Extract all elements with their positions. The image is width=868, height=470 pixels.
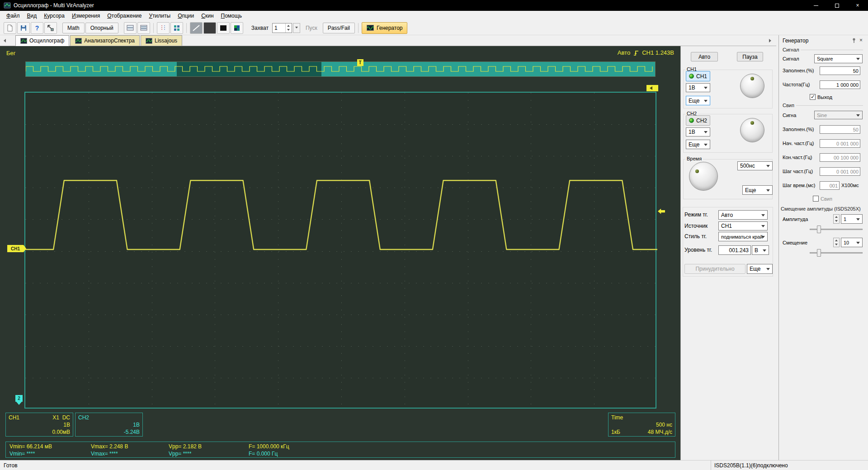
offset-spinner[interactable] (833, 238, 840, 247)
end-freq-input[interactable] (820, 153, 860, 162)
output-checkbox[interactable] (810, 94, 816, 100)
background-color-icon (220, 25, 226, 31)
trigger-source-select[interactable]: CH1 (718, 221, 768, 230)
ch1-led-icon (689, 74, 694, 79)
tab-scroll-right[interactable] (767, 35, 774, 46)
line-color-button[interactable] (203, 22, 216, 34)
auto-button[interactable]: Авто (691, 52, 718, 61)
ch2-scale-select[interactable]: 1В (686, 127, 710, 136)
chevron-left-icon (2, 39, 6, 42)
math-button[interactable]: Math (62, 23, 85, 33)
capture-count-input[interactable] (273, 24, 285, 33)
menu-item-Измерения[interactable]: Измерения (68, 11, 104, 20)
tab-label: Осциллограф (29, 38, 64, 44)
waveform-plot (24, 92, 656, 409)
menu-item-Файл[interactable]: Файл (3, 11, 24, 20)
time-more-select[interactable]: Еще (742, 185, 773, 195)
background-color-button[interactable] (217, 22, 230, 34)
reference-button[interactable]: Опорный (85, 23, 118, 33)
force-trigger-button[interactable]: Принудительно (684, 264, 745, 274)
step-time-input[interactable] (820, 181, 840, 190)
offset-select[interactable]: 10 (841, 238, 863, 247)
start-freq-label: Нач. част.(Гц) (783, 141, 814, 146)
ch1-enable-toggle[interactable]: CH1 (686, 71, 710, 81)
ch2-enable-toggle[interactable]: CH2 (686, 115, 710, 126)
trigger-more-select[interactable]: Еще (747, 264, 773, 274)
sweep-checkbox[interactable] (813, 196, 819, 202)
trigger-level-unit-select[interactable]: В (752, 245, 769, 255)
trigger-position-marker[interactable]: T (357, 59, 363, 66)
amplitude-slider-thumb[interactable] (817, 226, 821, 233)
pin-icon[interactable] (851, 38, 857, 43)
close-button[interactable]: × (847, 0, 868, 11)
passfail-button[interactable]: Pass/Fail (323, 23, 355, 33)
ch2-more-select[interactable]: Еще (686, 140, 710, 149)
amplitude-spinner[interactable] (833, 214, 840, 224)
offset-slider-thumb[interactable] (817, 249, 821, 257)
time-box-name: Time (611, 414, 623, 421)
timebase-knob[interactable] (689, 162, 718, 191)
trigger-style-select[interactable]: подниматься край (718, 232, 768, 241)
pause-button[interactable]: Пауза (737, 52, 763, 61)
display-single-icon (127, 25, 134, 31)
trigger-style-value: подниматься край (721, 234, 763, 240)
sweep-duty-input[interactable] (820, 125, 860, 134)
signal-type-select[interactable]: Square (814, 54, 863, 63)
capture-spin-buttons[interactable] (285, 24, 292, 33)
capture-dropdown-button[interactable] (293, 23, 300, 33)
generator-toggle-button[interactable]: Генератор (362, 22, 407, 34)
timebase-value: 500 нс (656, 421, 672, 428)
capture-label: Захват (249, 25, 271, 31)
screenshot-button[interactable] (44, 22, 57, 34)
trigger-level-input[interactable] (718, 245, 751, 255)
menu-item-Вид[interactable]: Вид (24, 11, 41, 20)
start-freq-input[interactable] (820, 139, 860, 148)
menu-item-Утилиты[interactable]: Утилиты (146, 11, 175, 20)
cursor-tool-button[interactable] (157, 22, 170, 34)
frequency-input[interactable] (820, 80, 860, 89)
trigger-mode-select[interactable]: Авто (718, 210, 768, 220)
step-time-unit: X100мс (841, 183, 859, 188)
menu-item-Отображение[interactable]: Отображение (104, 11, 145, 20)
minimize-icon (814, 5, 818, 6)
display-single-button[interactable] (124, 22, 137, 34)
palette-button[interactable] (231, 22, 243, 34)
help-button[interactable]: ? (31, 22, 43, 34)
save-button[interactable] (17, 22, 30, 34)
signal-label: Сигнал (783, 56, 799, 61)
timebase-select[interactable]: 500нс (737, 161, 773, 170)
tab-Осциллограф[interactable]: Осциллограф (15, 35, 69, 46)
tab-Lissajous[interactable]: Lissajous (141, 35, 182, 46)
tab-АнализаторСпектра[interactable]: АнализаторСпектра (70, 35, 140, 46)
capture-count-spinner[interactable] (272, 23, 292, 33)
buffer-preview-strip[interactable] (25, 61, 656, 77)
horizontal-position-marker[interactable] (646, 85, 658, 91)
open-file-button[interactable] (4, 22, 16, 34)
display-split-button[interactable] (137, 22, 150, 34)
duty-input[interactable] (820, 66, 860, 75)
step-freq-input[interactable] (820, 167, 860, 176)
ch2-offset-marker[interactable]: 2 (15, 395, 23, 402)
maximize-button[interactable] (826, 0, 847, 11)
sweep-signal-select[interactable]: Sine (814, 111, 863, 119)
ch1-scale-select[interactable]: 1В (686, 83, 710, 92)
offset-value: 10 (844, 240, 849, 245)
ch1-ground-marker[interactable]: CH1 (7, 245, 24, 252)
menu-item-Опции[interactable]: Опции (174, 11, 198, 20)
ch1-scale-knob[interactable] (740, 74, 764, 98)
amplitude-select[interactable]: 1 (841, 214, 863, 224)
xy-grid-button[interactable] (170, 22, 183, 34)
menu-item-Скин[interactable]: Скин (198, 11, 217, 20)
minimize-button[interactable] (806, 0, 826, 11)
panel-close-icon[interactable]: × (859, 37, 863, 43)
ch1-more-select[interactable]: Еще (686, 96, 710, 105)
ch2-scale-knob[interactable] (740, 118, 764, 142)
ch1-waveform (25, 180, 657, 249)
tab-scroll-left[interactable] (0, 35, 7, 46)
trigger-level-marker[interactable] (658, 209, 665, 214)
menu-item-Курсора[interactable]: Курсора (40, 11, 68, 20)
start-button[interactable]: Пуск (301, 25, 322, 31)
tab-label: АнализаторСпектра (84, 38, 135, 44)
line-style-button[interactable] (190, 22, 203, 34)
menu-item-Помощь[interactable]: Помощь (217, 11, 245, 20)
